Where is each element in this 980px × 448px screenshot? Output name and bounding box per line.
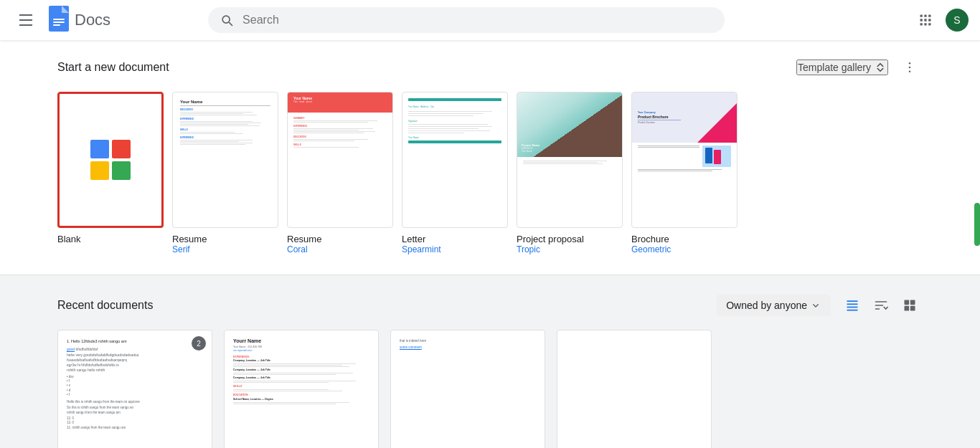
templates-header: Start a new document Template gallery — [0, 54, 980, 92]
recent-docs-grid: 1. Hello 12fdsds3 rohith sangu am good b… — [57, 330, 923, 448]
grid-view-button[interactable] — [897, 292, 923, 318]
dropdown-arrow-icon — [810, 300, 821, 311]
template-card-resume-serif[interactable]: Your Name EDUCATION EXPERIENCE SKILLS EX… — [172, 92, 278, 254]
svg-rect-5 — [924, 15, 926, 17]
doc-card-2[interactable]: Yourr Name Your Name · 212-456-789 me.my… — [224, 330, 379, 448]
svg-rect-12 — [928, 23, 930, 25]
svg-rect-2 — [53, 22, 65, 23]
search-bar — [208, 7, 725, 33]
apps-grid-button[interactable] — [911, 6, 940, 34]
template-thumbnail-resume-coral: Your Name Title · email · phone SUMMARY … — [287, 92, 393, 228]
search-input[interactable] — [242, 14, 713, 27]
template-gallery-button[interactable]: Template gallery — [796, 59, 888, 75]
recent-header: Recent documents Owned by anyone — [57, 292, 923, 318]
template-card-letter-spearmint[interactable]: Your Name · Address · City Signature You… — [402, 92, 508, 254]
hamburger-menu-button[interactable] — [11, 6, 40, 34]
svg-rect-4 — [920, 15, 922, 17]
template-thumbnail-resume-serif: Your Name EDUCATION EXPERIENCE SKILLS EX… — [172, 92, 278, 228]
templates-grid: Blank Your Name EDUCATION EXPERIENCE SKI… — [0, 92, 980, 254]
doc-card-3-content: that is indeed here some comment — [391, 330, 545, 448]
expand-icon — [874, 61, 887, 74]
doc-card-1-content: 1. Hello 12fdsds3 rohith sangu am good b… — [58, 330, 212, 448]
template-subname-project-proposal: Tropic — [517, 244, 540, 254]
svg-rect-11 — [924, 23, 926, 25]
template-name-resume-coral: Resume — [287, 234, 321, 244]
app-title: Docs — [75, 11, 110, 29]
sort-button[interactable] — [868, 292, 894, 318]
svg-rect-9 — [928, 19, 930, 21]
recent-controls: Owned by anyone — [717, 292, 923, 318]
template-thumbnail-letter-spearmint: Your Name · Address · City Signature You… — [402, 92, 508, 228]
templates-section: Start a new document Template gallery — [0, 40, 980, 275]
svg-rect-21 — [910, 300, 915, 305]
template-subname-resume-serif: Serif — [172, 244, 190, 254]
template-thumbnail-project-proposal: Project Name 2024-01-01 Your Name — [517, 92, 623, 228]
template-name-brochure: Brochure — [631, 234, 669, 244]
main-content: Start a new document Template gallery — [0, 40, 980, 448]
doc-comment-badge-1: 2 — [192, 336, 206, 351]
svg-rect-20 — [905, 300, 910, 305]
header-left: Docs — [11, 6, 110, 34]
template-card-brochure[interactable]: Your Company Product Brochure Product Ov… — [631, 92, 738, 254]
template-name-resume-serif: Resume — [172, 234, 207, 244]
svg-rect-3 — [53, 24, 60, 26]
svg-rect-10 — [920, 23, 922, 25]
template-thumbnail-blank — [57, 92, 164, 228]
template-card-blank[interactable]: Blank — [57, 92, 164, 254]
svg-rect-1 — [53, 19, 65, 20]
template-name-letter-spearmint: Letter — [402, 234, 425, 244]
doc-card-1[interactable]: 1. Hello 12fdsds3 rohith sangu am good b… — [57, 330, 212, 448]
list-view-button[interactable] — [839, 292, 865, 318]
grid-view-icon — [903, 298, 917, 313]
template-subname-letter-spearmint: Spearmint — [402, 244, 441, 254]
sort-icon — [874, 298, 888, 313]
svg-rect-23 — [910, 306, 915, 311]
svg-point-14 — [909, 67, 911, 69]
svg-rect-17 — [847, 304, 858, 305]
docs-logo[interactable]: Docs — [49, 6, 110, 34]
doc-card-2-content: Yourr Name Your Name · 212-456-789 me.my… — [225, 330, 378, 448]
template-card-resume-coral[interactable]: Your Name Title · email · phone SUMMARY … — [287, 92, 393, 254]
template-subname-brochure: Geometric — [631, 244, 671, 254]
view-toggle — [839, 292, 923, 318]
svg-rect-19 — [847, 310, 858, 311]
doc-card-4[interactable] — [557, 330, 712, 448]
template-thumbnail-brochure: Your Company Product Brochure Product Ov… — [631, 92, 738, 228]
svg-point-13 — [909, 62, 911, 65]
template-subname-resume-coral: Coral — [287, 244, 308, 254]
svg-rect-22 — [905, 306, 910, 311]
template-card-project-proposal[interactable]: Project Name 2024-01-01 Your Name Projec… — [517, 92, 623, 254]
doc-card-4-content — [557, 330, 711, 448]
svg-rect-7 — [920, 19, 922, 21]
template-name-project-proposal: Project proposal — [517, 234, 584, 244]
scroll-indicator — [974, 203, 980, 246]
templates-controls: Template gallery — [796, 54, 923, 80]
avatar[interactable]: S — [946, 9, 969, 32]
svg-rect-8 — [924, 19, 926, 21]
template-name-blank: Blank — [57, 234, 81, 244]
recent-section: Recent documents Owned by anyone — [0, 275, 980, 448]
search-icon — [220, 13, 234, 27]
list-view-icon — [845, 298, 859, 313]
svg-rect-18 — [847, 307, 858, 308]
svg-rect-16 — [847, 300, 858, 302]
more-options-button[interactable] — [897, 54, 923, 80]
grid-icon — [918, 13, 933, 27]
docs-logo-icon — [49, 6, 70, 34]
svg-rect-6 — [928, 15, 930, 17]
start-new-title: Start a new document — [57, 61, 169, 74]
app-header: Docs S — [0, 0, 980, 40]
header-right: S — [911, 6, 969, 34]
doc-card-3[interactable]: that is indeed here some comment — [390, 330, 545, 448]
owned-by-button[interactable]: Owned by anyone — [717, 295, 831, 316]
more-vertical-icon — [903, 60, 917, 75]
svg-point-15 — [909, 71, 911, 73]
recent-title: Recent documents — [57, 299, 153, 312]
